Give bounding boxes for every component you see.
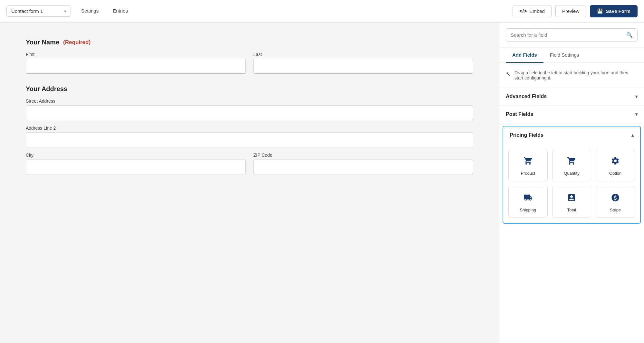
pricing-fields-section: Pricing Fields ▴ Product	[503, 126, 641, 224]
advanced-fields-section: Advanced Fields ▾	[499, 88, 644, 106]
form-section-address: Your Address Street Address Address Line…	[26, 85, 473, 174]
street-row: Street Address	[26, 98, 473, 120]
first-label: First	[26, 52, 246, 57]
city-col: City	[26, 153, 246, 174]
shipping-icon	[524, 193, 533, 204]
embed-code-icon: </>	[519, 8, 527, 14]
section-title-name: Your Name (Required)	[26, 39, 473, 46]
total-label: Total	[567, 208, 576, 212]
embed-label: Embed	[529, 8, 545, 14]
address2-label: Address Line 2	[26, 125, 473, 131]
form-section-name: Your Name (Required) First Last	[26, 39, 473, 74]
form-area: Your Name (Required) First Last Your Add…	[0, 23, 499, 343]
main-layout: Your Name (Required) First Last Your Add…	[0, 23, 644, 343]
save-icon: 💾	[597, 8, 603, 14]
city-label: City	[26, 153, 246, 158]
post-fields-section: Post Fields ▾	[499, 106, 644, 123]
address2-row: Address Line 2	[26, 125, 473, 147]
advanced-fields-label: Advanced Fields	[506, 94, 547, 99]
name-row: First Last	[26, 52, 473, 74]
product-label: Product	[521, 171, 535, 176]
nav-tab-entries[interactable]: Entries	[106, 0, 135, 22]
topbar: Contact form 1 ▾ Settings Entries </> Em…	[0, 0, 644, 23]
last-name-col: Last	[254, 52, 474, 74]
first-name-col: First	[26, 52, 246, 74]
shipping-label: Shipping	[520, 208, 536, 212]
post-fields-header[interactable]: Post Fields ▾	[499, 106, 644, 123]
quantity-label: Quantity	[564, 171, 579, 176]
advanced-fields-header[interactable]: Advanced Fields ▾	[499, 88, 644, 105]
section-address-title: Your Address	[26, 85, 67, 93]
chevron-up-icon: ▴	[631, 133, 634, 138]
chevron-down-icon: ▾	[635, 94, 638, 99]
field-card-total[interactable]: Total	[552, 186, 591, 218]
zip-input[interactable]	[254, 160, 474, 174]
topbar-right: </> Embed Preview 💾 Save Form	[513, 5, 638, 17]
zip-col: ZIP Code	[254, 153, 474, 174]
search-input[interactable]	[511, 32, 623, 38]
street-col: Street Address	[26, 98, 473, 120]
nav-tabs: Settings Entries	[74, 0, 135, 22]
panel-tabs: Add Fields Field Settings	[499, 48, 644, 63]
pricing-fields-header[interactable]: Pricing Fields ▴	[503, 126, 640, 144]
drag-hint-text: Drag a field to the left to start buildi…	[514, 70, 638, 80]
post-fields-label: Post Fields	[506, 111, 533, 117]
stripe-label: Stripe	[610, 208, 621, 212]
total-icon	[567, 193, 576, 204]
search-input-wrap: 🔍	[506, 28, 638, 42]
zip-label: ZIP Code	[254, 153, 474, 158]
stripe-icon	[611, 193, 620, 204]
tab-add-fields[interactable]: Add Fields	[506, 48, 543, 63]
option-icon	[611, 156, 620, 168]
chevron-down-icon: ▾	[64, 9, 66, 14]
tab-field-settings[interactable]: Field Settings	[543, 48, 586, 63]
option-label: Option	[609, 171, 621, 176]
form-selector-label: Contact form 1	[11, 8, 61, 14]
product-icon	[524, 156, 533, 168]
form-selector[interactable]: Contact form 1 ▾	[6, 5, 71, 17]
address2-input[interactable]	[26, 133, 473, 147]
save-label: Save Form	[606, 8, 630, 14]
first-name-input[interactable]	[26, 59, 246, 74]
field-card-product[interactable]: Product	[508, 149, 548, 181]
quantity-icon	[567, 156, 576, 168]
search-bar: 🔍	[499, 23, 644, 48]
preview-button[interactable]: Preview	[555, 5, 586, 17]
address2-col: Address Line 2	[26, 125, 473, 147]
section-name-title: Your Name	[26, 39, 59, 46]
pricing-fields-label: Pricing Fields	[510, 132, 543, 138]
save-button[interactable]: 💾 Save Form	[590, 5, 638, 17]
section-title-address: Your Address	[26, 85, 473, 93]
street-label: Street Address	[26, 98, 473, 104]
last-label: Last	[254, 52, 474, 57]
right-panel: 🔍 Add Fields Field Settings ↖ Drag a fie…	[499, 23, 644, 343]
embed-button[interactable]: </> Embed	[513, 5, 552, 17]
city-zip-row: City ZIP Code	[26, 153, 473, 174]
nav-tab-settings[interactable]: Settings	[74, 0, 106, 22]
chevron-down-icon: ▾	[635, 112, 638, 117]
field-card-stripe[interactable]: Stripe	[596, 186, 635, 218]
cursor-icon: ↖	[506, 70, 511, 78]
city-input[interactable]	[26, 160, 246, 174]
street-input[interactable]	[26, 106, 473, 120]
required-badge: (Required)	[63, 39, 91, 46]
pricing-fields-grid: Product Quantity	[503, 144, 640, 223]
search-icon: 🔍	[626, 32, 633, 38]
last-name-input[interactable]	[254, 59, 474, 74]
field-card-option[interactable]: Option	[596, 149, 635, 181]
field-card-quantity[interactable]: Quantity	[552, 149, 591, 181]
drag-hint: ↖ Drag a field to the left to start buil…	[499, 63, 644, 88]
field-card-shipping[interactable]: Shipping	[508, 186, 548, 218]
